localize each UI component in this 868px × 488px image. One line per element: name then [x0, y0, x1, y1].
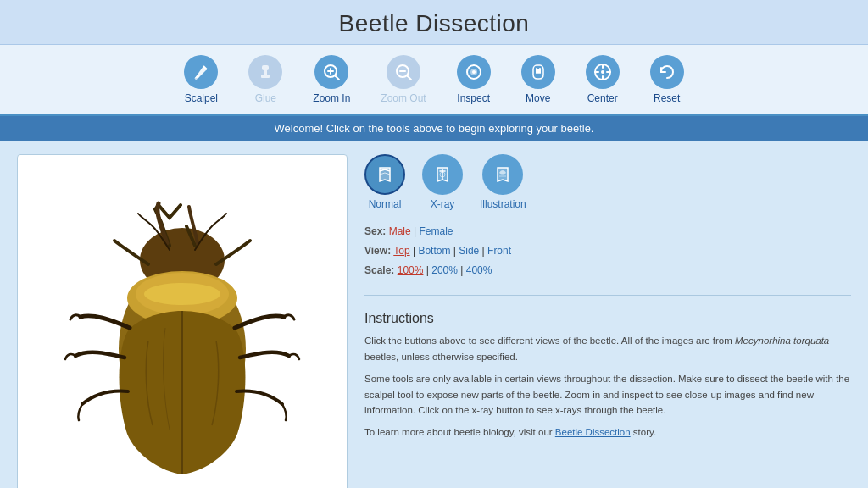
inspect-icon	[457, 55, 491, 89]
scale-label: Scale:	[364, 264, 394, 276]
xray-view-label: X-ray	[431, 198, 455, 210]
beetle-dissection-link[interactable]: Beetle Dissection	[555, 427, 631, 437]
scalpel-button[interactable]: Scalpel	[169, 52, 233, 108]
view-selector: Normal X-ray	[364, 154, 851, 210]
svg-rect-9	[539, 68, 541, 74]
sex-female-link[interactable]: Female	[420, 225, 453, 237]
sex-row: Sex: Male | Female	[364, 222, 851, 241]
banner-text: Welcome! Click on the tools above to beg…	[275, 122, 594, 135]
reset-icon	[650, 55, 684, 89]
view-normal-button[interactable]: Normal	[364, 154, 405, 210]
instructions-para1: Click the buttons above to see different…	[364, 333, 851, 364]
center-button[interactable]: Center	[570, 52, 635, 108]
illustration-view-icon	[482, 154, 523, 195]
sex-label: Sex:	[364, 225, 386, 237]
scale-100-link[interactable]: 100%	[398, 264, 424, 276]
svg-rect-10	[537, 69, 539, 74]
view-top-link[interactable]: Top	[393, 245, 409, 257]
glue-icon	[248, 55, 282, 89]
center-label: Center	[587, 92, 618, 104]
instructions-para3: To learn more about beetle biology, visi…	[364, 424, 851, 440]
normal-view-icon	[364, 154, 405, 195]
xray-view-icon	[422, 154, 463, 195]
scale-400-link[interactable]: 400%	[466, 264, 492, 276]
beetle-image-panel: Credits	[17, 154, 348, 488]
glue-button[interactable]: Glue	[233, 52, 298, 108]
page-header: Beetle Dissection	[0, 0, 868, 45]
center-icon	[586, 55, 620, 89]
page-title: Beetle Dissection	[0, 10, 868, 37]
svg-rect-1	[262, 65, 269, 70]
toolbar: Scalpel Glue Zoom In	[0, 45, 868, 116]
reset-label: Reset	[654, 92, 680, 104]
scalpel-label: Scalpel	[185, 92, 218, 104]
zoom-out-label: Zoom Out	[381, 92, 426, 104]
normal-view-label: Normal	[369, 198, 402, 210]
view-side-link[interactable]: Side	[459, 245, 479, 257]
view-xray-button[interactable]: X-ray	[422, 154, 463, 210]
instructions-panel: Instructions Click the buttons above to …	[364, 311, 851, 446]
divider	[364, 295, 851, 296]
move-icon	[521, 55, 555, 89]
zoom-in-label: Zoom In	[313, 92, 350, 104]
instructions-para3-suffix: story.	[631, 427, 656, 437]
scale-200-link[interactable]: 200%	[431, 264, 458, 276]
view-front-link[interactable]: Front	[487, 245, 511, 257]
scalpel-icon	[184, 55, 218, 89]
right-panel: Normal X-ray	[364, 154, 851, 488]
welcome-banner: Welcome! Click on the tools above to beg…	[0, 116, 868, 141]
view-label: View:	[364, 245, 391, 257]
svg-rect-2	[261, 75, 270, 78]
instructions-para3-prefix: To learn more about beetle biology, visi…	[364, 427, 555, 437]
move-button[interactable]: Move	[506, 52, 570, 108]
main-content: Credits Normal	[0, 141, 868, 488]
zoom-out-icon	[387, 55, 420, 89]
inspect-button[interactable]: Inspect	[442, 52, 506, 108]
instructions-para2: Some tools are only available in certain…	[364, 371, 851, 418]
beetle-svg	[64, 163, 301, 488]
zoom-out-button[interactable]: Zoom Out	[365, 52, 441, 108]
view-bottom-link[interactable]: Bottom	[418, 245, 450, 257]
move-label: Move	[526, 92, 550, 104]
svg-point-12	[601, 70, 604, 74]
scale-row: Scale: 100% | 200% | 400%	[364, 261, 851, 280]
svg-point-7	[472, 70, 476, 74]
svg-rect-8	[536, 68, 537, 74]
inspect-label: Inspect	[457, 92, 490, 104]
sex-male-link[interactable]: Male	[389, 225, 411, 237]
zoom-in-icon	[314, 55, 348, 89]
instructions-heading: Instructions	[364, 311, 851, 326]
glue-label: Glue	[255, 92, 276, 104]
view-illustration-button[interactable]: Illustration	[480, 154, 526, 210]
view-row: View: Top | Bottom | Side | Front	[364, 241, 851, 261]
illustration-view-label: Illustration	[480, 198, 526, 210]
zoom-in-button[interactable]: Zoom In	[298, 52, 365, 108]
reset-button[interactable]: Reset	[635, 52, 699, 108]
info-panel: Sex: Male | Female View: Top | Bottom | …	[364, 222, 851, 280]
